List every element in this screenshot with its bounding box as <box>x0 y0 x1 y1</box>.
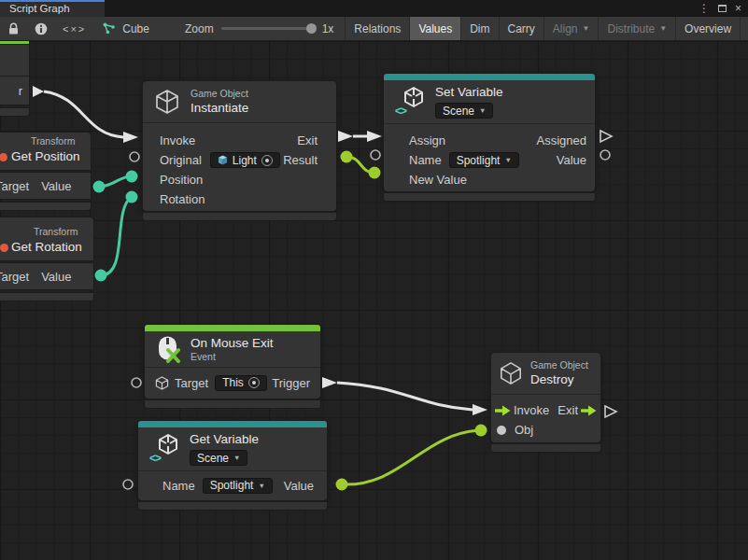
value-input-port[interactable] <box>126 171 138 183</box>
breadcrumb[interactable]: Cube <box>93 22 159 35</box>
unity-variable-icon: <> <box>149 434 179 464</box>
flow-input-port[interactable] <box>473 404 487 415</box>
variable-name-dropdown[interactable]: Spotlight ▼ <box>203 478 273 494</box>
code-icon: <×> <box>63 23 86 35</box>
object-field-value: Light <box>233 154 257 167</box>
game-object-cube-icon <box>499 361 523 385</box>
variable-name-dropdown[interactable]: Spotlight ▼ <box>449 152 519 168</box>
graph-canvas[interactable]: r Transform Get Position Target Value Tr… <box>0 41 748 560</box>
exit-port-label: Exit <box>297 133 318 147</box>
node-footer <box>138 502 327 510</box>
node-on-mouse-exit[interactable]: On Mouse Exit Event Target This <box>145 325 320 408</box>
assigned-port-label: Assigned <box>537 133 586 147</box>
port-row: r <box>0 77 29 105</box>
node-category: Transform <box>34 226 78 238</box>
node-title: Get Position <box>11 148 80 164</box>
value-port-label: Value <box>41 270 71 284</box>
zoom-control: Zoom 1x <box>185 22 333 35</box>
node-get-rotation[interactable]: Transform Get Rotation Target Value <box>0 217 93 260</box>
flow-output-port[interactable] <box>338 131 353 142</box>
node-header: On Mouse Exit Event <box>145 331 320 367</box>
zoom-slider-handle[interactable] <box>306 23 317 34</box>
chevron-down-icon: ▼ <box>504 156 511 164</box>
object-field[interactable]: Light <box>210 152 280 168</box>
flow-input-port[interactable] <box>367 131 382 142</box>
code-view-button[interactable]: <×> <box>55 17 93 40</box>
value-wire <box>346 157 374 173</box>
flow-output-port[interactable] <box>33 86 44 97</box>
toolbar-button-fullscreen[interactable]: Full Screen <box>740 17 748 40</box>
info-button[interactable] <box>27 17 55 40</box>
value-output-port[interactable] <box>95 270 107 282</box>
value-input-port-empty[interactable] <box>371 150 380 160</box>
value-input-port[interactable] <box>475 425 487 437</box>
trigger-label-fragment: r <box>19 84 22 98</box>
tab-script-graph[interactable]: Script Graph <box>0 0 105 17</box>
variable-header-bar <box>384 74 595 80</box>
graph-toolbar: <×> Cube Zoom 1x Relations Values Dim Ca… <box>0 17 748 41</box>
value-port-label: Value <box>284 479 314 493</box>
node-title: Get Rotation <box>11 239 82 255</box>
transform-icon <box>0 244 8 252</box>
node-title: Destroy <box>530 371 588 387</box>
flow-output-port[interactable] <box>322 377 337 388</box>
node-body: Name Spotlight ▼ Value <box>138 470 327 500</box>
node-subtitle: Event <box>191 351 274 363</box>
code-brackets-icon: <> <box>395 105 406 118</box>
invoke-port-label: Invoke <box>160 133 195 147</box>
toolbar-button-overview[interactable]: Overview <box>675 17 740 40</box>
object-picker-icon[interactable] <box>248 377 260 388</box>
value-output-port[interactable] <box>341 151 353 163</box>
node-set-variable[interactable]: <> Set Variable Scene ▼ Assign Assigned <box>384 74 595 201</box>
value-input-port[interactable] <box>126 191 138 203</box>
value-output-port-empty[interactable] <box>600 150 610 160</box>
value-input-port-empty[interactable] <box>132 378 141 387</box>
value-input-port[interactable] <box>369 167 381 179</box>
object-picker-icon[interactable] <box>261 155 273 166</box>
zoom-value: 1x <box>322 22 334 35</box>
node-partial-event[interactable]: r <box>0 41 29 77</box>
node-footer <box>0 293 93 301</box>
node-header: <> Get Variable Scene ▼ <box>138 427 327 470</box>
node-title: On Mouse Exit <box>191 335 274 351</box>
toolbar-button-carry[interactable]: Carry <box>499 17 543 40</box>
maximize-icon[interactable] <box>718 5 727 12</box>
zoom-slider[interactable] <box>221 27 315 30</box>
toolbar-button-dim[interactable]: Dim <box>460 17 498 40</box>
variable-scope-dropdown[interactable]: Scene ▼ <box>435 103 493 119</box>
target-field[interactable]: This <box>215 375 267 391</box>
variable-name-value: Spotlight <box>457 154 501 167</box>
target-port-label: Target <box>0 179 29 193</box>
flow-output-port-empty[interactable] <box>605 406 616 417</box>
flow-wire <box>44 91 123 137</box>
node-footer <box>0 203 91 210</box>
node-category: Game Object <box>530 359 588 371</box>
transform-icon <box>0 153 7 161</box>
node-get-position[interactable]: Transform Get Position Target Value <box>0 133 91 170</box>
variable-scope-dropdown[interactable]: Scene ▼ <box>190 450 247 466</box>
toolbar-button-relations[interactable]: Relations <box>345 17 409 40</box>
value-input-port-empty[interactable] <box>123 480 133 489</box>
node-instantiate[interactable]: Game Object Instantiate Invoke Exit Orig… <box>143 81 336 220</box>
flow-wire <box>337 383 473 410</box>
port-row: Target Value <box>0 263 93 289</box>
value-input-port-empty[interactable] <box>130 152 139 161</box>
flow-input-port[interactable] <box>123 132 138 143</box>
node-body: Target This Trigger <box>145 367 320 399</box>
lock-button[interactable] <box>0 17 27 40</box>
toolbar-button-values[interactable]: Values <box>409 17 460 40</box>
toolbar-button-align: Align ▼ <box>543 17 599 40</box>
code-brackets-icon: <> <box>149 452 161 465</box>
target-port-label: Target <box>0 270 29 284</box>
flow-output-port-empty[interactable] <box>600 131 612 142</box>
value-wire <box>101 197 132 275</box>
zoom-label: Zoom <box>185 22 214 35</box>
obj-port-icon <box>497 426 506 435</box>
value-output-port[interactable] <box>93 181 106 193</box>
close-icon[interactable]: × <box>735 3 741 14</box>
value-output-port[interactable] <box>336 479 348 491</box>
node-destroy[interactable]: Game Object Destroy Invoke Exit <box>491 353 600 452</box>
node-footer <box>143 213 336 220</box>
node-get-variable[interactable]: <> Get Variable Scene ▼ Name Spot <box>138 421 327 510</box>
menu-icon[interactable]: ⋮ <box>699 3 710 14</box>
